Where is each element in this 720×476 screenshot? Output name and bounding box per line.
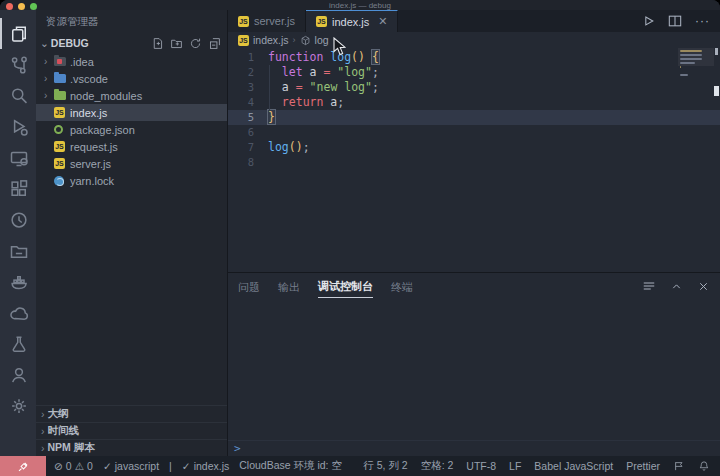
breadcrumb-file[interactable]: index.js (253, 34, 289, 46)
explorer-section-header[interactable]: ⌄ DEBUG (36, 33, 227, 53)
tree-item-label: request.js (70, 141, 118, 153)
tree-item-node-modules[interactable]: ›node_modules (36, 87, 227, 104)
editor-tab-bar: JSserver.jsJSindex.js✕ ··· (228, 10, 720, 32)
mouse-cursor (333, 37, 346, 56)
explorer-icon[interactable] (0, 18, 36, 49)
status-item[interactable]: CloudBase 环境 id: 空 (239, 459, 342, 473)
code-token: function (268, 50, 330, 64)
sidebar-section-时间线[interactable]: ›时间线 (36, 422, 227, 439)
section-label: 大纲 (48, 407, 69, 421)
feedback-icon[interactable] (673, 460, 685, 472)
tree-item--vscode[interactable]: ›.vscode (36, 70, 227, 87)
split-editor-icon[interactable] (668, 14, 682, 28)
tree-item-yarn-lock[interactable]: yarn.lock (36, 172, 227, 189)
editor-tab-server.js[interactable]: JSserver.js (228, 10, 306, 32)
filter-list-icon[interactable] (642, 279, 656, 293)
sidebar-section-大纲[interactable]: ›大纲 (36, 405, 227, 422)
code-token: "log" (337, 65, 372, 79)
close-tab-icon[interactable]: ✕ (378, 15, 387, 28)
section-label: 时间线 (48, 424, 80, 438)
remote-indicator[interactable] (0, 456, 46, 476)
minimap[interactable] (680, 50, 712, 82)
code-token: = (296, 80, 303, 94)
check-icon: ✓ (103, 460, 112, 472)
status-label: javascript (115, 460, 159, 472)
deploy-folder-icon[interactable] (0, 235, 36, 266)
code-token: ; (337, 95, 344, 109)
tree-item--idea[interactable]: ›.idea (36, 53, 227, 70)
chevron-right-icon: › (41, 408, 45, 420)
editor-tab-index.js[interactable]: JSindex.js✕ (306, 10, 399, 32)
docker-icon[interactable] (0, 266, 36, 297)
code-line-6: 6 (228, 125, 720, 140)
status-check-index.js[interactable]: ✓index.js (182, 460, 229, 472)
chevron-right-icon: › (41, 425, 45, 437)
error-count: 0 (66, 460, 72, 472)
status-item[interactable]: 行 5, 列 2 (363, 459, 407, 473)
status-item[interactable]: Babel JavaScript (534, 460, 613, 472)
new-folder-icon[interactable] (170, 37, 183, 50)
explorer-section-label: DEBUG (51, 37, 89, 49)
symbol-icon (300, 35, 311, 46)
chevron-right-icon: › (44, 56, 54, 67)
folder-icon (54, 57, 66, 66)
code-editor[interactable]: 1function log() {2 let a = "log";3 a = "… (228, 48, 720, 272)
tree-item-request-js[interactable]: JSrequest.js (36, 138, 227, 155)
history-icon[interactable] (0, 204, 36, 235)
status-item[interactable]: LF (509, 460, 521, 472)
status-item[interactable]: 空格: 2 (421, 459, 454, 473)
close-panel-icon[interactable] (697, 280, 710, 293)
extensions-icon[interactable] (0, 173, 36, 204)
tree-item-index-js[interactable]: JSindex.js (36, 104, 227, 121)
minimap-line (680, 74, 688, 76)
cloud-icon[interactable] (0, 297, 36, 328)
chevron-up-icon[interactable] (670, 280, 683, 293)
minimap-line (680, 58, 702, 60)
bell-icon[interactable] (698, 460, 710, 472)
status-item[interactable]: Prettier (626, 460, 660, 472)
search-icon[interactable] (0, 80, 36, 111)
more-actions-icon[interactable]: ··· (695, 14, 710, 28)
status-check-javascript[interactable]: ✓javascript (103, 460, 159, 472)
panel-tab-调试控制台[interactable]: 调试控制台 (318, 274, 373, 298)
code-token: { (372, 50, 379, 64)
tree-item-server-js[interactable]: JSserver.js (36, 155, 227, 172)
code-token: ; (372, 80, 379, 94)
test-flask-icon[interactable] (0, 328, 36, 359)
run-file-icon[interactable] (641, 14, 655, 28)
source-control-icon[interactable] (0, 49, 36, 80)
collapse-all-icon[interactable] (208, 37, 221, 50)
line-number: 5 (228, 110, 254, 125)
breadcrumb: JS index.js › log (228, 32, 720, 48)
chevron-right-icon: › (44, 73, 54, 84)
panel-tab-问题[interactable]: 问题 (238, 275, 260, 298)
breadcrumb-symbol[interactable]: log (315, 34, 329, 46)
section-label: NPM 脚本 (48, 441, 95, 455)
chevron-right-icon: › (44, 90, 54, 101)
panel-tab-终端[interactable]: 终端 (391, 275, 413, 298)
debug-console-input[interactable]: > (228, 440, 720, 456)
new-file-icon[interactable] (151, 37, 164, 50)
tree-item-package-json[interactable]: package.json (36, 121, 227, 138)
warning-count: 0 (87, 460, 93, 472)
refresh-icon[interactable] (189, 37, 202, 50)
account-icon[interactable] (0, 359, 36, 390)
settings-gear-icon[interactable] (0, 390, 36, 421)
sidebar-section-NPM 脚本[interactable]: ›NPM 脚本 (36, 439, 227, 456)
tab-label: server.js (254, 15, 295, 27)
diagnostics-status[interactable]: ⊘0 ⚠0 (54, 460, 93, 472)
tab-label: index.js (332, 16, 369, 28)
prompt-chevron: > (234, 442, 241, 455)
remote-explorer-icon[interactable] (0, 142, 36, 173)
run-debug-icon[interactable] (0, 111, 36, 142)
code-token: let (282, 65, 303, 79)
code-line-2: 2 let a = "log"; (228, 65, 720, 80)
code-line-4: 4 return a; (228, 95, 720, 110)
status-separator: | (169, 460, 172, 472)
line-number: 4 (228, 95, 254, 110)
panel-tab-输出[interactable]: 输出 (278, 275, 300, 298)
status-item[interactable]: UTF-8 (466, 460, 496, 472)
tree-item-label: .idea (70, 56, 94, 68)
disconnected-plug-icon (17, 460, 30, 473)
js-file-icon: JS (54, 141, 65, 152)
